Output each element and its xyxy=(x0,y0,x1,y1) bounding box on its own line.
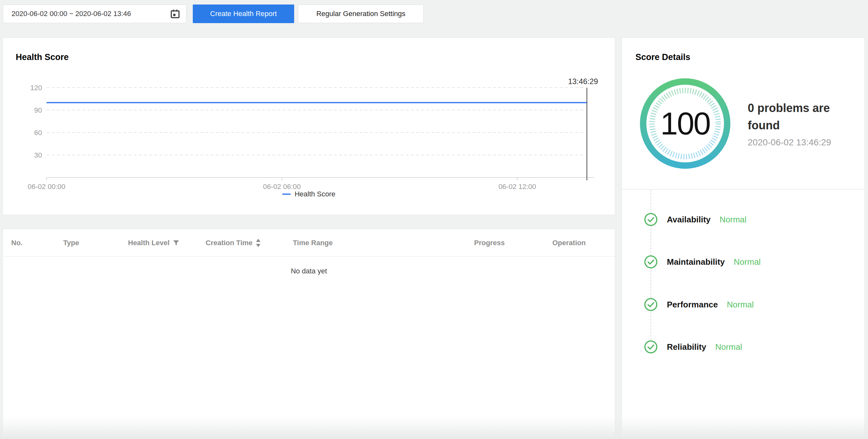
column-header-health-level: Health Level xyxy=(128,229,179,256)
column-header-no-: No. xyxy=(11,229,23,256)
score-item-maintainability: MaintainabilityNormal xyxy=(644,255,761,269)
check-circle-icon xyxy=(644,255,658,269)
column-header-type: Type xyxy=(63,229,79,256)
score-details-panel: Score Details 100 0 problems are f xyxy=(622,37,865,439)
column-header-label: Operation xyxy=(552,239,586,247)
score-item-status: Normal xyxy=(727,300,754,310)
column-header-label: Time Range xyxy=(293,239,333,247)
health-score-chart: 30609012006-02 00:0006-02 06:0006-02 12:… xyxy=(3,38,615,215)
problems-found-text: 0 problems are found xyxy=(748,99,844,134)
current-time-label: 13:46:29 xyxy=(568,77,598,86)
score-divider xyxy=(622,189,865,189)
score-item-label: Reliability xyxy=(667,342,706,352)
x-axis-label: 06-02 00:00 xyxy=(28,183,65,191)
regular-generation-settings-button[interactable]: Regular Generation Settings xyxy=(298,4,424,23)
health-report-page: Create Health Report Regular Generation … xyxy=(0,0,868,439)
legend-label: Health Score xyxy=(294,190,335,198)
score-timestamp: 2020-06-02 13:46:29 xyxy=(748,137,831,148)
calendar-icon[interactable] xyxy=(170,9,180,19)
table-empty-text: No data yet xyxy=(3,267,615,275)
y-axis-label: 30 xyxy=(34,151,42,159)
date-range-picker[interactable] xyxy=(3,4,186,23)
score-item-availability: AvailabilityNormal xyxy=(644,212,746,227)
column-header-label: No. xyxy=(11,239,23,247)
chart-legend[interactable]: Health Score xyxy=(3,190,615,198)
check-circle-icon xyxy=(644,297,658,312)
x-axis-label: 06-02 12:00 xyxy=(498,183,536,191)
column-header-label: Creation Time xyxy=(206,239,252,247)
score-item-label: Availability xyxy=(667,215,711,225)
date-range-input[interactable] xyxy=(11,9,170,18)
filter-icon[interactable] xyxy=(173,240,179,246)
y-axis-label: 60 xyxy=(34,129,42,137)
score-item-label: Maintainability xyxy=(667,257,725,267)
legend-line-icon xyxy=(282,194,290,195)
x-axis-label: 06-02 06:00 xyxy=(263,183,301,191)
score-item-performance: PerformanceNormal xyxy=(644,297,754,312)
sort-icon[interactable] xyxy=(256,239,261,247)
score-details-title: Score Details xyxy=(636,52,690,63)
report-list-panel: No.TypeHealth LevelCreation TimeTime Ran… xyxy=(3,229,615,439)
column-header-label: Health Level xyxy=(128,239,170,247)
column-header-creation-time: Creation Time xyxy=(206,229,261,256)
y-axis-label: 120 xyxy=(30,84,42,92)
health-score-panel: Health Score 30609012006-02 00:0006-02 0… xyxy=(3,37,615,215)
column-header-operation: Operation xyxy=(552,229,586,256)
score-item-status: Normal xyxy=(734,257,761,267)
column-header-label: Progress xyxy=(474,239,504,247)
score-item-status: Normal xyxy=(719,215,746,225)
y-axis-label: 90 xyxy=(34,106,42,114)
table-header-row: No.TypeHealth LevelCreation TimeTime Ran… xyxy=(3,229,615,257)
column-header-label: Type xyxy=(63,239,79,247)
score-item-status: Normal xyxy=(715,342,742,352)
score-item-label: Performance xyxy=(667,300,718,310)
check-circle-icon xyxy=(644,340,658,354)
score-item-reliability: ReliabilityNormal xyxy=(644,340,742,354)
create-health-report-button[interactable]: Create Health Report xyxy=(193,4,294,23)
score-value: 100 xyxy=(640,78,731,169)
column-header-progress: Progress xyxy=(474,229,504,256)
column-header-time-range: Time Range xyxy=(293,229,333,256)
check-circle-icon xyxy=(644,212,658,227)
